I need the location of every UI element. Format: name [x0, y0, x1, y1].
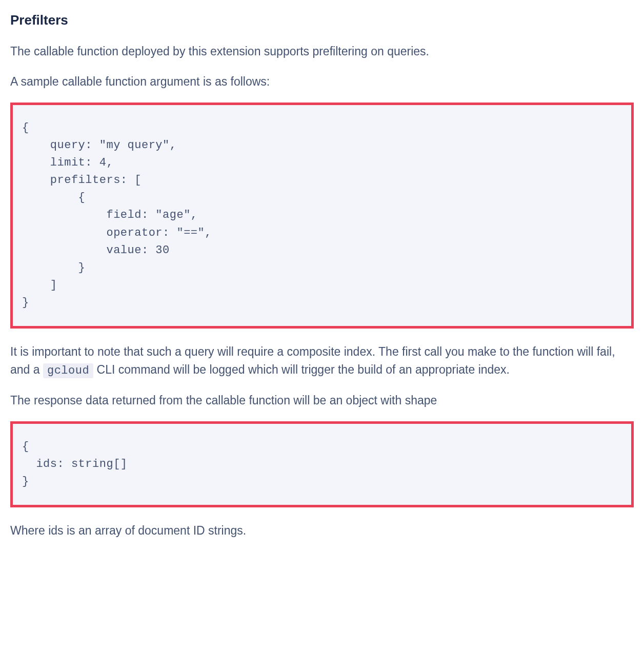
sample-intro-paragraph: A sample callable function argument is a…: [10, 73, 634, 91]
intro-paragraph: The callable function deployed by this e…: [10, 43, 634, 60]
inline-code-gcloud: gcloud: [43, 363, 93, 378]
code-block-sample-argument: { query: "my query", limit: 4, prefilter…: [10, 103, 634, 329]
composite-index-paragraph: It is important to note that such a quer…: [10, 343, 634, 379]
response-intro-paragraph: The response data returned from the call…: [10, 392, 634, 410]
section-heading: Prefilters: [10, 10, 634, 30]
composite-index-text-after: CLI command will be logged which will tr…: [93, 363, 510, 376]
code-block-response-shape: { ids: string[] }: [10, 421, 634, 507]
ids-description-paragraph: Where ids is an array of document ID str…: [10, 522, 634, 540]
